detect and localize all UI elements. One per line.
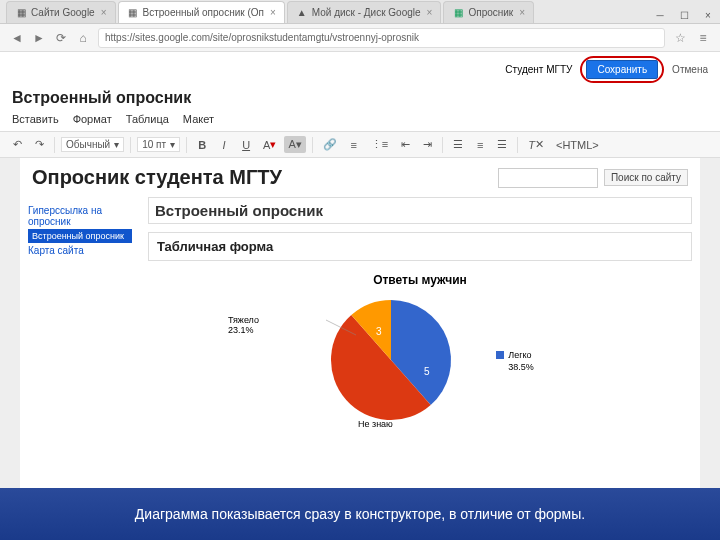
tab-label: Встроенный опросник (Оп	[143, 7, 264, 18]
maximize-icon[interactable]: ☐	[672, 7, 696, 23]
user-label: Студент МГТУ	[505, 64, 572, 75]
minimize-icon[interactable]: ─	[648, 7, 672, 23]
menu-bar: Вставить Формат Таблица Макет	[0, 111, 720, 132]
search-input[interactable]	[498, 168, 598, 188]
italic-icon[interactable]: I	[215, 137, 233, 153]
html-icon[interactable]: <HTML>	[552, 137, 603, 153]
close-icon[interactable]: ×	[101, 7, 107, 18]
sidebar-item-sitemap[interactable]: Карта сайта	[28, 243, 132, 258]
legend-item-label: Тяжело	[228, 315, 259, 325]
highlight-icon[interactable]: A▾	[284, 136, 305, 153]
close-icon[interactable]: ×	[519, 7, 525, 18]
underline-icon[interactable]: U	[237, 137, 255, 153]
slice-label-hard: 3	[376, 326, 382, 337]
outdent-icon[interactable]: ⇤	[396, 136, 414, 153]
save-highlight: Сохранить	[580, 56, 664, 83]
cancel-link[interactable]: Отмена	[672, 64, 708, 75]
format-toolbar: ↶ ↷ Обычный▾ 10 пт▾ B I U A▾ A▾ 🔗 ≡ ⋮≡ ⇤…	[0, 132, 720, 158]
legend-item-pct: 23.1%	[228, 325, 259, 335]
tab-label: Сайти Google	[31, 7, 95, 18]
align-left-icon[interactable]: ☰	[449, 136, 467, 153]
sidebar-item-link[interactable]: Гиперссылка на опросник	[28, 203, 132, 229]
chart-title: Ответы мужчин	[168, 273, 672, 287]
main-heading: Встроенный опросник	[148, 197, 692, 224]
redo-icon[interactable]: ↷	[30, 136, 48, 153]
fontsize-select[interactable]: 10 пт▾	[137, 137, 180, 152]
legend-swatch-icon	[496, 351, 504, 359]
menu-format[interactable]: Формат	[73, 113, 112, 125]
save-button[interactable]: Сохранить	[586, 60, 658, 79]
clear-format-icon[interactable]: T✕	[524, 136, 548, 153]
reload-icon[interactable]: ⟳	[50, 27, 72, 49]
tab-1-active[interactable]: ▦ Встроенный опросник (Оп ×	[118, 1, 285, 23]
slide-caption: Диаграмма показывается сразу в конструкт…	[0, 488, 720, 540]
app-title: Встроенный опросник	[0, 87, 720, 111]
page-title: Опросник студента МГТУ	[32, 166, 282, 189]
tab-2[interactable]: ▲ Мой диск - Диск Google ×	[287, 1, 442, 23]
form-title: Табличная форма	[157, 239, 683, 254]
text-color-icon[interactable]: A▾	[259, 136, 280, 153]
align-center-icon[interactable]: ≡	[471, 137, 489, 153]
numbered-list-icon[interactable]: ≡	[345, 137, 363, 153]
menu-insert[interactable]: Вставить	[12, 113, 59, 125]
tab-favicon-icon: ▦	[127, 7, 139, 19]
menu-table[interactable]: Таблица	[126, 113, 169, 125]
address-bar: ◄ ► ⟳ ⌂ ☆ ≡	[0, 24, 720, 52]
tab-favicon-icon: ▦	[452, 7, 464, 19]
sidebar: Гиперссылка на опросник Встроенный опрос…	[20, 197, 140, 538]
close-window-icon[interactable]: ×	[696, 7, 720, 23]
browser-tabs: ▦ Сайти Google × ▦ Встроенный опросник (…	[0, 0, 720, 24]
sidebar-item-embedded[interactable]: Встроенный опросник	[28, 229, 132, 243]
undo-icon[interactable]: ↶	[8, 136, 26, 153]
tab-label: Мой диск - Диск Google	[312, 7, 421, 18]
align-right-icon[interactable]: ☰	[493, 136, 511, 153]
tab-3[interactable]: ▦ Опросник ×	[443, 1, 534, 23]
menu-layout[interactable]: Макет	[183, 113, 214, 125]
star-icon[interactable]: ☆	[675, 31, 686, 45]
slice-label-easy: 5	[424, 366, 430, 377]
tab-favicon-icon: ▦	[15, 7, 27, 19]
home-icon[interactable]: ⌂	[72, 27, 94, 49]
content-area: Опросник студента МГТУ Поиск по сайту Ги…	[0, 158, 720, 538]
form-section[interactable]: Табличная форма	[148, 232, 692, 261]
link-icon[interactable]: 🔗	[319, 136, 341, 153]
legend-item-easy: Легко	[496, 350, 534, 360]
chart: Ответы мужчин Тяжело 23.1%	[148, 269, 692, 429]
bullet-list-icon[interactable]: ⋮≡	[367, 136, 392, 153]
page-top-bar: Студент МГТУ Сохранить Отмена	[0, 52, 720, 87]
search-button[interactable]: Поиск по сайту	[604, 169, 688, 186]
style-select[interactable]: Обычный▾	[61, 137, 124, 152]
tab-favicon-icon: ▲	[296, 7, 308, 19]
chevron-down-icon: ▾	[114, 139, 119, 150]
menu-icon[interactable]: ≡	[692, 27, 714, 49]
chevron-down-icon: ▾	[170, 139, 175, 150]
back-icon[interactable]: ◄	[6, 27, 28, 49]
indent-icon[interactable]: ⇥	[418, 136, 436, 153]
close-icon[interactable]: ×	[427, 7, 433, 18]
forward-icon[interactable]: ►	[28, 27, 50, 49]
window-controls: ─ ☐ ×	[648, 7, 720, 23]
pie-chart: 3 5	[306, 295, 476, 425]
close-icon[interactable]: ×	[270, 7, 276, 18]
bold-icon[interactable]: B	[193, 137, 211, 153]
tab-label: Опросник	[468, 7, 513, 18]
url-input[interactable]	[98, 28, 665, 48]
legend-item-label: Не знаю	[358, 419, 393, 429]
tab-0[interactable]: ▦ Сайти Google ×	[6, 1, 116, 23]
legend-pct-easy: 38.5%	[508, 362, 534, 372]
